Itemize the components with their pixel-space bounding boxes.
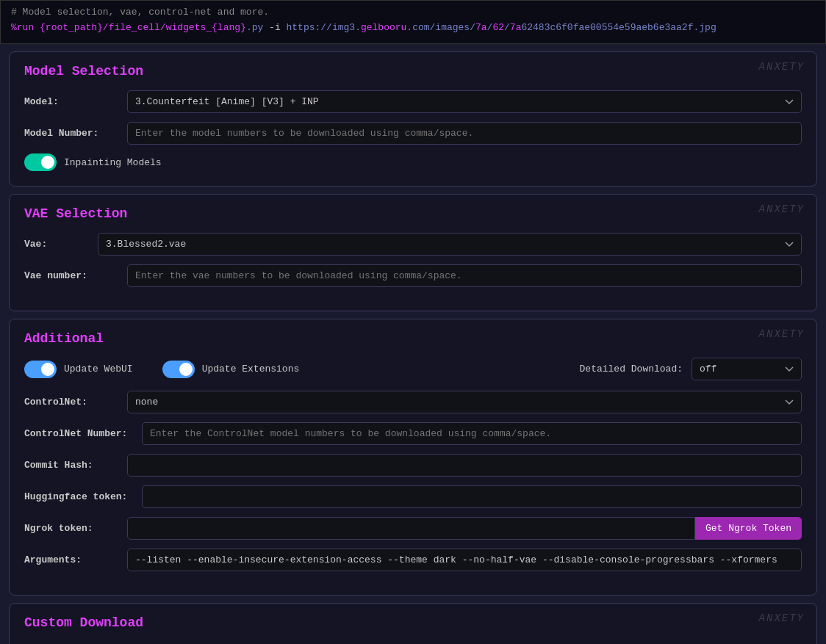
update-extensions-toggle[interactable] xyxy=(162,361,195,378)
cmd-url-tld: .com/images/ xyxy=(406,22,475,33)
terminal-comment: # Model selection, vae, control-net and … xyxy=(11,7,815,18)
vae-section-title: VAE Selection xyxy=(24,206,802,221)
terminal-header: # Model selection, vae, control-net and … xyxy=(0,0,826,44)
arguments-input[interactable] xyxy=(127,549,802,571)
update-webui-slider xyxy=(24,361,57,378)
model-selection-panel: ANXETY Model Selection Model: 3.Counterf… xyxy=(9,51,817,187)
inpainting-label: Inpainting Models xyxy=(64,157,162,168)
terminal-command: %run {root_path}/file_cell/widgets_{lang… xyxy=(11,22,815,33)
custom-download-watermark: ANXETY xyxy=(759,612,805,624)
update-extensions-slider xyxy=(162,361,195,378)
vae-number-input[interactable] xyxy=(127,264,802,287)
detailed-download-dropdown[interactable]: off on xyxy=(692,358,802,380)
detailed-download-label: Detailed Download: xyxy=(580,363,683,375)
arguments-label: Arguments: xyxy=(24,554,127,565)
toggles-row: Update WebUI Update Extensions Detailed … xyxy=(24,358,802,380)
model-dropdown[interactable]: 3.Counterfeit [Anime] [V3] + INP xyxy=(127,90,802,113)
cmd-py: .py xyxy=(246,22,263,33)
controlnet-label: ControlNet: xyxy=(24,397,127,408)
vae-label: Vae: xyxy=(24,239,98,250)
ngrok-button[interactable]: Get Ngrok Token xyxy=(695,517,802,540)
cmd-url-s2: / xyxy=(504,22,510,33)
model-number-row: Model Number: xyxy=(24,122,802,145)
commit-hash-label: Commit Hash: xyxy=(24,460,127,471)
custom-download-panel: ANXETY Custom Download xyxy=(9,603,817,644)
detailed-download-group: Detailed Download: off on xyxy=(580,358,802,380)
ngrok-label: Ngrok token: xyxy=(24,523,127,534)
update-webui-label: Update WebUI xyxy=(64,363,133,375)
model-number-input[interactable] xyxy=(127,122,802,145)
vae-dropdown[interactable]: 3.Blessed2.vae xyxy=(98,233,802,256)
controlnet-row: ControlNet: none xyxy=(24,391,802,413)
cmd-url-prefix: https://img3. xyxy=(287,22,361,33)
inpainting-toggle[interactable] xyxy=(24,153,57,171)
commit-hash-input[interactable] xyxy=(127,454,802,477)
model-watermark: ANXETY xyxy=(759,61,805,73)
controlnet-number-row: ControlNet Number: xyxy=(24,422,802,445)
additional-section-title: Additional xyxy=(24,331,802,346)
update-extensions-item: Update Extensions xyxy=(162,361,300,378)
cmd-url-h1: 7a xyxy=(475,22,487,33)
vae-row: Vae: 3.Blessed2.vae xyxy=(24,233,802,256)
cmd-path: {root_path}/file_cell/widgets_{lang} xyxy=(40,22,246,33)
cmd-run: %run xyxy=(11,22,34,33)
ngrok-input[interactable] xyxy=(127,517,695,540)
controlnet-number-input[interactable] xyxy=(142,422,802,445)
huggingface-input[interactable] xyxy=(142,485,802,508)
vae-number-label: Vae number: xyxy=(24,270,127,281)
update-extensions-label: Update Extensions xyxy=(202,363,300,375)
additional-panel: ANXETY Additional Update WebUI Update Ex… xyxy=(9,319,817,596)
cmd-url-domain: gelbooru xyxy=(361,22,406,33)
huggingface-label: Huggingface token: xyxy=(24,491,142,502)
cmd-url-end: 62483c6f0fae00554e59aeb6e3aa2f.jpg xyxy=(521,22,716,33)
controlnet-number-label: ControlNet Number: xyxy=(24,428,142,439)
arguments-row: Arguments: xyxy=(24,549,802,571)
vae-selection-panel: ANXETY VAE Selection Vae: 3.Blessed2.vae… xyxy=(9,194,817,311)
model-number-label: Model Number: xyxy=(24,128,127,139)
model-row: Model: 3.Counterfeit [Anime] [V3] + INP xyxy=(24,90,802,113)
additional-watermark: ANXETY xyxy=(759,328,805,340)
cmd-flag: -i xyxy=(263,22,286,33)
update-webui-toggle[interactable] xyxy=(24,361,57,378)
model-label: Model: xyxy=(24,96,127,107)
inpainting-slider xyxy=(24,153,57,171)
commit-hash-row: Commit Hash: xyxy=(24,454,802,477)
custom-download-title: Custom Download xyxy=(24,615,802,630)
update-webui-item: Update WebUI xyxy=(24,361,133,378)
huggingface-row: Huggingface token: xyxy=(24,485,802,508)
cmd-url-h2: 62 xyxy=(492,22,504,33)
vae-watermark: ANXETY xyxy=(759,203,805,215)
ngrok-row: Ngrok token: Get Ngrok Token xyxy=(24,517,802,540)
inpainting-toggle-row: Inpainting Models xyxy=(24,153,802,171)
cmd-url-h3: 7a xyxy=(510,22,522,33)
vae-number-row: Vae number: xyxy=(24,264,802,287)
controlnet-dropdown[interactable]: none xyxy=(127,391,802,413)
model-section-title: Model Selection xyxy=(24,64,802,79)
